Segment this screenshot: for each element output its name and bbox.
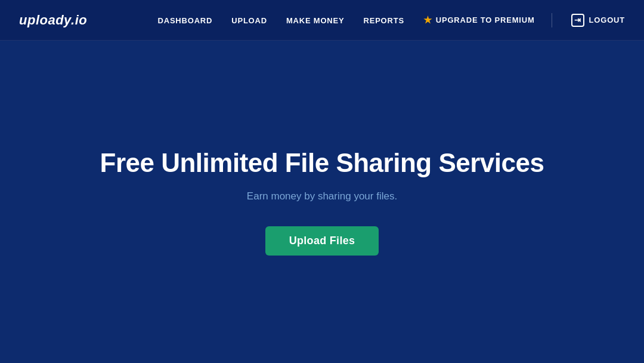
nav-divider xyxy=(552,13,552,27)
brand-logo[interactable]: uploady.io xyxy=(19,13,87,28)
nav-logout-label: LOGOUT xyxy=(589,16,625,24)
nav-logout-link[interactable]: ⇥ LOGOUT xyxy=(571,14,625,27)
star-icon: ★ xyxy=(423,14,432,26)
nav-links: DASHBOARD UPLOAD MAKE MONEY REPORTS ★ UP… xyxy=(158,14,535,26)
upload-files-button[interactable]: Upload Files xyxy=(265,226,379,256)
hero-section: Free Unlimited File Sharing Services Ear… xyxy=(0,41,644,363)
nav-premium-link[interactable]: ★ UPGRADE TO PREMIUM xyxy=(423,14,535,26)
nav-dashboard[interactable]: DASHBOARD xyxy=(158,16,213,25)
navbar: uploady.io DASHBOARD UPLOAD MAKE MONEY R… xyxy=(0,0,644,41)
nav-upload[interactable]: UPLOAD xyxy=(231,16,267,25)
logout-icon: ⇥ xyxy=(571,14,584,27)
hero-title: Free Unlimited File Sharing Services xyxy=(100,148,544,179)
nav-make-money[interactable]: MAKE MONEY xyxy=(286,16,345,25)
nav-premium-label: UPGRADE TO PREMIUM xyxy=(436,16,535,24)
hero-subtitle: Earn money by sharing your files. xyxy=(247,190,397,202)
nav-reports[interactable]: REPORTS xyxy=(363,16,404,25)
